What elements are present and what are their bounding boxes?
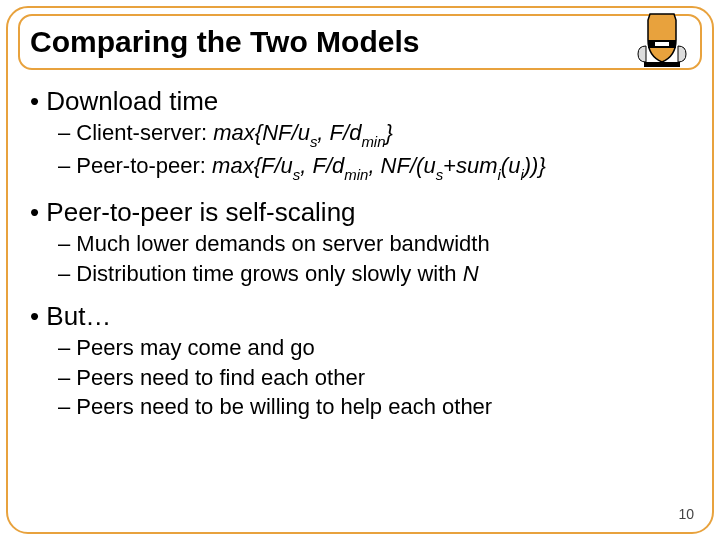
sub: s xyxy=(293,166,300,183)
formula: } xyxy=(385,120,392,145)
slide-number: 10 xyxy=(678,506,694,522)
sub: s xyxy=(310,133,317,150)
formula: , F/d xyxy=(300,153,344,178)
item-client-server: – Client-server: max{NF/us, F/dmin} xyxy=(58,119,690,150)
title-container: Comparing the Two Models xyxy=(18,14,702,70)
heading-but: • But… xyxy=(30,301,690,332)
item-come-and-go: – Peers may come and go xyxy=(58,334,690,362)
sub: i xyxy=(520,166,523,183)
text: – Peer-to-peer: xyxy=(58,153,212,178)
item-grows-slowly: – Distribution time grows only slowly wi… xyxy=(58,260,690,288)
sub: s xyxy=(436,166,443,183)
item-find-each-other: – Peers need to find each other xyxy=(58,364,690,392)
item-peer-to-peer: – Peer-to-peer: max{F/us, F/dmin, NF/(us… xyxy=(58,152,690,183)
formula: ))} xyxy=(524,153,546,178)
slide-title: Comparing the Two Models xyxy=(30,25,419,59)
formula: (u xyxy=(501,153,521,178)
svg-rect-2 xyxy=(644,62,680,67)
formula: max{F/u xyxy=(212,153,293,178)
text: – Client-server: xyxy=(58,120,213,145)
svg-rect-1 xyxy=(655,42,669,46)
item-willing-help: – Peers need to be willing to help each … xyxy=(58,393,690,421)
item-lower-demands: – Much lower demands on server bandwidth xyxy=(58,230,690,258)
heading-download-time: • Download time xyxy=(30,86,690,117)
sub: min xyxy=(361,133,385,150)
formula: , NF/(u xyxy=(368,153,435,178)
formula: max{NF/u xyxy=(213,120,310,145)
var-n: N xyxy=(463,261,479,286)
sub: min xyxy=(344,166,368,183)
heading-self-scaling: • Peer-to-peer is self-scaling xyxy=(30,197,690,228)
princeton-crest-icon xyxy=(630,10,694,68)
formula: +sum xyxy=(443,153,497,178)
formula: , F/d xyxy=(317,120,361,145)
slide-content: • Download time – Client-server: max{NF/… xyxy=(30,86,690,520)
text: – Distribution time grows only slowly wi… xyxy=(58,261,463,286)
sub: i xyxy=(498,166,501,183)
